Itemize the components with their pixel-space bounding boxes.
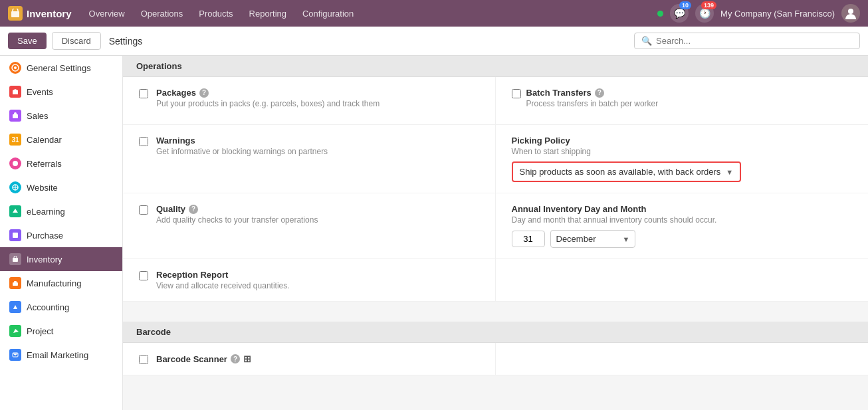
picking-policy-dropdown[interactable]: Ship products as soon as available, with… bbox=[512, 161, 742, 182]
brand-icon bbox=[8, 6, 23, 21]
nav-operations[interactable]: Operations bbox=[134, 6, 190, 21]
annual-day-input[interactable] bbox=[512, 231, 545, 247]
annual-inventory-setting: Annual Inventory Day and Month Day and m… bbox=[496, 193, 869, 258]
search-bar[interactable]: 🔍 bbox=[634, 33, 860, 49]
annual-month-arrow-icon: ▼ bbox=[622, 235, 629, 243]
sidebar: General Settings Events Sales 31 Calenda… bbox=[0, 56, 123, 410]
barcode-scanner-setting: Barcode Scanner ? ⊞ bbox=[123, 343, 496, 375]
warnings-checkbox[interactable] bbox=[139, 137, 148, 146]
website-icon bbox=[9, 181, 21, 193]
sidebar-item-accounting[interactable]: Accounting bbox=[0, 295, 122, 319]
sidebar-item-purchase[interactable]: Purchase bbox=[0, 223, 122, 247]
batch-transfers-help-icon[interactable]: ? bbox=[595, 88, 604, 98]
sidebar-item-inventory[interactable]: Inventory bbox=[0, 247, 122, 271]
brand-logo[interactable]: Inventory bbox=[8, 6, 72, 21]
search-input[interactable] bbox=[656, 36, 853, 46]
barcode-scanner-help-icon[interactable]: ? bbox=[231, 354, 240, 363]
sidebar-item-calendar[interactable]: 31 Calendar bbox=[0, 128, 122, 152]
sidebar-item-elearning[interactable]: eLearning bbox=[0, 199, 122, 223]
batch-transfers-label: Batch Transfers ? bbox=[526, 88, 659, 98]
search-icon: 🔍 bbox=[641, 36, 652, 46]
sidebar-item-project[interactable]: Project bbox=[0, 319, 122, 343]
operations-section-header: Operations bbox=[123, 56, 868, 77]
company-selector[interactable]: My Company (San Francisco) bbox=[720, 9, 835, 19]
page-title: Settings bbox=[109, 36, 143, 47]
annual-month-value: December bbox=[556, 234, 596, 244]
project-icon bbox=[9, 325, 21, 337]
activities-button[interactable]: 🕐 139 bbox=[695, 4, 714, 23]
batch-transfers-setting: Batch Transfers ? Process transfers in b… bbox=[496, 77, 869, 124]
quality-text: Quality ? Add quality checks to your tra… bbox=[156, 204, 318, 225]
sidebar-item-referrals[interactable]: Referrals bbox=[0, 152, 122, 175]
sidebar-label-emailmkt: Email Marketing bbox=[27, 350, 88, 360]
row-warnings-picking: Warnings Get informative or blocking war… bbox=[123, 125, 868, 193]
avatar[interactable] bbox=[841, 4, 860, 23]
sidebar-label-calendar: Calendar bbox=[27, 135, 62, 145]
main-layout: General Settings Events Sales 31 Calenda… bbox=[0, 56, 868, 410]
sidebar-label-general: General Settings bbox=[27, 63, 91, 73]
sidebar-label-purchase: Purchase bbox=[27, 231, 63, 241]
packages-help-icon[interactable]: ? bbox=[199, 88, 209, 98]
warnings-desc: Get informative or blocking warnings on … bbox=[156, 147, 328, 156]
barcode-scanner-checkbox[interactable] bbox=[139, 355, 148, 364]
quality-checkbox[interactable] bbox=[139, 205, 148, 215]
top-navigation: Inventory Overview Operations Products R… bbox=[0, 0, 868, 27]
svg-point-1 bbox=[848, 9, 853, 14]
row-quality-annual: Quality ? Add quality checks to your tra… bbox=[123, 193, 868, 259]
svg-rect-0 bbox=[11, 11, 19, 17]
messages-button[interactable]: 💬 10 bbox=[670, 4, 689, 23]
picking-dropdown-arrow-icon: ▼ bbox=[726, 168, 733, 176]
sidebar-item-manufacturing[interactable]: Manufacturing bbox=[0, 271, 122, 295]
barcode-right-empty bbox=[496, 343, 869, 375]
quality-label: Quality ? bbox=[156, 204, 318, 214]
general-icon bbox=[9, 62, 21, 74]
online-status-dot bbox=[657, 11, 663, 17]
row-reception-report: Reception Report View and allocate recei… bbox=[123, 259, 868, 302]
svg-point-5 bbox=[13, 161, 18, 166]
nav-products[interactable]: Products bbox=[192, 6, 239, 21]
quality-desc: Add quality checks to your transfer oper… bbox=[156, 215, 318, 225]
brand-label: Inventory bbox=[27, 8, 72, 19]
sidebar-item-website[interactable]: Website bbox=[0, 175, 122, 199]
elearning-icon bbox=[9, 205, 21, 217]
warnings-text: Warnings Get informative or blocking war… bbox=[156, 136, 328, 156]
packages-checkbox[interactable] bbox=[139, 89, 148, 98]
svg-point-3 bbox=[14, 66, 17, 69]
reception-report-setting: Reception Report View and allocate recei… bbox=[123, 259, 496, 301]
nav-reporting[interactable]: Reporting bbox=[243, 6, 293, 21]
sidebar-label-website: Website bbox=[27, 183, 58, 193]
reception-report-desc: View and allocate received quantities. bbox=[156, 281, 290, 290]
discard-button[interactable]: Discard bbox=[52, 32, 101, 50]
reception-report-checkbox[interactable] bbox=[139, 271, 148, 280]
picking-policy-desc: When to start shipping bbox=[512, 147, 853, 156]
save-button[interactable]: Save bbox=[8, 33, 47, 49]
annual-day-month-row: December ▼ bbox=[512, 230, 853, 248]
sidebar-item-events[interactable]: Events bbox=[0, 80, 122, 104]
accounting-icon bbox=[9, 301, 21, 313]
main-nav-items: Overview Operations Products Reporting C… bbox=[82, 6, 658, 21]
calendar-icon: 31 bbox=[9, 134, 21, 146]
nav-overview[interactable]: Overview bbox=[82, 6, 132, 21]
picking-dropdown-value: Ship products as soon as available, with… bbox=[520, 167, 721, 177]
quality-help-icon[interactable]: ? bbox=[189, 205, 198, 214]
picking-policy-setting: Picking Policy When to start shipping Sh… bbox=[496, 125, 869, 193]
annual-inventory-label: Annual Inventory Day and Month bbox=[512, 204, 853, 214]
sidebar-label-project: Project bbox=[27, 326, 53, 336]
toolbar: Save Discard Settings 🔍 bbox=[0, 27, 868, 56]
batch-transfers-text: Batch Transfers ? Process transfers in b… bbox=[526, 88, 659, 114]
sidebar-label-accounting: Accounting bbox=[27, 302, 69, 312]
packages-label: Packages ? bbox=[156, 88, 380, 98]
emailmkt-icon bbox=[9, 349, 21, 361]
sidebar-item-emailmkt[interactable]: Email Marketing bbox=[0, 343, 122, 367]
sidebar-item-general[interactable]: General Settings bbox=[0, 56, 122, 80]
svg-rect-7 bbox=[13, 233, 18, 238]
nav-configuration[interactable]: Configuration bbox=[296, 6, 360, 21]
reception-report-label: Reception Report bbox=[156, 270, 290, 280]
batch-transfers-checkbox[interactable] bbox=[512, 89, 521, 98]
activities-badge: 139 bbox=[701, 1, 716, 9]
referrals-icon bbox=[9, 157, 21, 169]
sidebar-item-sales[interactable]: Sales bbox=[0, 104, 122, 128]
content-area: Operations Packages ? Put your products … bbox=[123, 56, 868, 410]
svg-rect-8 bbox=[13, 258, 18, 262]
annual-month-dropdown[interactable]: December ▼ bbox=[550, 230, 636, 248]
